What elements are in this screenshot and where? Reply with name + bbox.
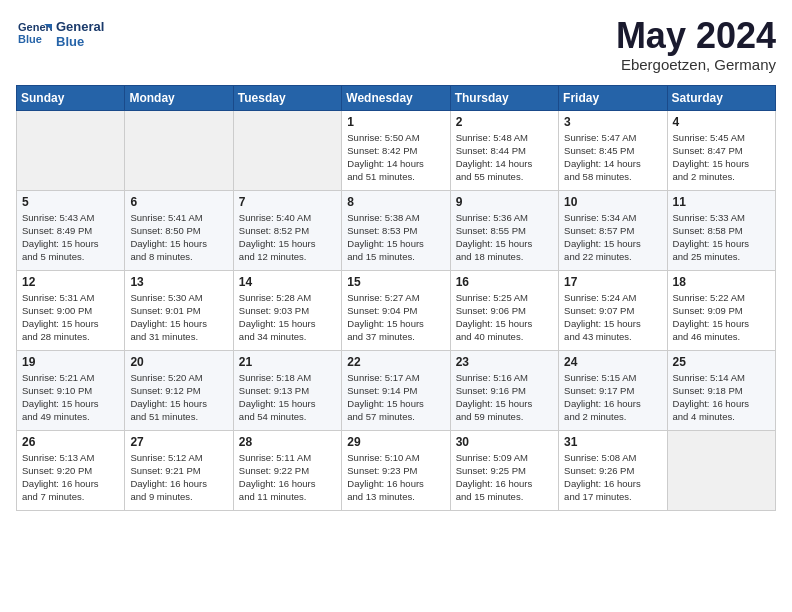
calendar-header-row: SundayMondayTuesdayWednesdayThursdayFrid… <box>17 85 776 110</box>
empty-cell <box>17 110 125 190</box>
day-number: 25 <box>673 355 770 369</box>
day-number: 15 <box>347 275 444 289</box>
col-header-sunday: Sunday <box>17 85 125 110</box>
calendar-day-13: 13Sunrise: 5:30 AM Sunset: 9:01 PM Dayli… <box>125 270 233 350</box>
empty-cell <box>667 430 775 510</box>
day-number: 28 <box>239 435 336 449</box>
day-content: Sunrise: 5:25 AM Sunset: 9:06 PM Dayligh… <box>456 291 553 344</box>
day-content: Sunrise: 5:10 AM Sunset: 9:23 PM Dayligh… <box>347 451 444 504</box>
month-year-title: May 2024 <box>616 16 776 56</box>
logo-text-general: General <box>56 19 104 34</box>
calendar-week-row: 12Sunrise: 5:31 AM Sunset: 9:00 PM Dayli… <box>17 270 776 350</box>
day-content: Sunrise: 5:15 AM Sunset: 9:17 PM Dayligh… <box>564 371 661 424</box>
day-number: 2 <box>456 115 553 129</box>
calendar-day-4: 4Sunrise: 5:45 AM Sunset: 8:47 PM Daylig… <box>667 110 775 190</box>
day-number: 9 <box>456 195 553 209</box>
day-number: 21 <box>239 355 336 369</box>
day-content: Sunrise: 5:50 AM Sunset: 8:42 PM Dayligh… <box>347 131 444 184</box>
day-number: 16 <box>456 275 553 289</box>
day-content: Sunrise: 5:28 AM Sunset: 9:03 PM Dayligh… <box>239 291 336 344</box>
calendar-day-16: 16Sunrise: 5:25 AM Sunset: 9:06 PM Dayli… <box>450 270 558 350</box>
day-number: 20 <box>130 355 227 369</box>
day-content: Sunrise: 5:40 AM Sunset: 8:52 PM Dayligh… <box>239 211 336 264</box>
calendar-week-row: 26Sunrise: 5:13 AM Sunset: 9:20 PM Dayli… <box>17 430 776 510</box>
day-content: Sunrise: 5:43 AM Sunset: 8:49 PM Dayligh… <box>22 211 119 264</box>
day-content: Sunrise: 5:27 AM Sunset: 9:04 PM Dayligh… <box>347 291 444 344</box>
empty-cell <box>233 110 341 190</box>
logo: General Blue General Blue <box>16 16 104 52</box>
col-header-saturday: Saturday <box>667 85 775 110</box>
day-content: Sunrise: 5:38 AM Sunset: 8:53 PM Dayligh… <box>347 211 444 264</box>
calendar-week-row: 1Sunrise: 5:50 AM Sunset: 8:42 PM Daylig… <box>17 110 776 190</box>
day-content: Sunrise: 5:20 AM Sunset: 9:12 PM Dayligh… <box>130 371 227 424</box>
calendar-day-9: 9Sunrise: 5:36 AM Sunset: 8:55 PM Daylig… <box>450 190 558 270</box>
calendar-day-10: 10Sunrise: 5:34 AM Sunset: 8:57 PM Dayli… <box>559 190 667 270</box>
day-number: 31 <box>564 435 661 449</box>
day-content: Sunrise: 5:13 AM Sunset: 9:20 PM Dayligh… <box>22 451 119 504</box>
day-content: Sunrise: 5:31 AM Sunset: 9:00 PM Dayligh… <box>22 291 119 344</box>
day-number: 23 <box>456 355 553 369</box>
day-number: 13 <box>130 275 227 289</box>
day-number: 18 <box>673 275 770 289</box>
logo-icon: General Blue <box>16 16 52 52</box>
calendar-day-26: 26Sunrise: 5:13 AM Sunset: 9:20 PM Dayli… <box>17 430 125 510</box>
calendar-table: SundayMondayTuesdayWednesdayThursdayFrid… <box>16 85 776 511</box>
calendar-day-7: 7Sunrise: 5:40 AM Sunset: 8:52 PM Daylig… <box>233 190 341 270</box>
day-number: 5 <box>22 195 119 209</box>
calendar-day-19: 19Sunrise: 5:21 AM Sunset: 9:10 PM Dayli… <box>17 350 125 430</box>
day-content: Sunrise: 5:36 AM Sunset: 8:55 PM Dayligh… <box>456 211 553 264</box>
calendar-day-14: 14Sunrise: 5:28 AM Sunset: 9:03 PM Dayli… <box>233 270 341 350</box>
svg-text:Blue: Blue <box>18 33 42 45</box>
calendar-day-24: 24Sunrise: 5:15 AM Sunset: 9:17 PM Dayli… <box>559 350 667 430</box>
day-content: Sunrise: 5:24 AM Sunset: 9:07 PM Dayligh… <box>564 291 661 344</box>
day-number: 27 <box>130 435 227 449</box>
calendar-week-row: 19Sunrise: 5:21 AM Sunset: 9:10 PM Dayli… <box>17 350 776 430</box>
calendar-day-1: 1Sunrise: 5:50 AM Sunset: 8:42 PM Daylig… <box>342 110 450 190</box>
calendar-day-28: 28Sunrise: 5:11 AM Sunset: 9:22 PM Dayli… <box>233 430 341 510</box>
col-header-friday: Friday <box>559 85 667 110</box>
day-number: 8 <box>347 195 444 209</box>
calendar-day-31: 31Sunrise: 5:08 AM Sunset: 9:26 PM Dayli… <box>559 430 667 510</box>
day-content: Sunrise: 5:22 AM Sunset: 9:09 PM Dayligh… <box>673 291 770 344</box>
day-number: 14 <box>239 275 336 289</box>
day-content: Sunrise: 5:16 AM Sunset: 9:16 PM Dayligh… <box>456 371 553 424</box>
calendar-day-30: 30Sunrise: 5:09 AM Sunset: 9:25 PM Dayli… <box>450 430 558 510</box>
calendar-day-20: 20Sunrise: 5:20 AM Sunset: 9:12 PM Dayli… <box>125 350 233 430</box>
day-number: 10 <box>564 195 661 209</box>
day-number: 26 <box>22 435 119 449</box>
day-number: 4 <box>673 115 770 129</box>
day-number: 29 <box>347 435 444 449</box>
calendar-day-25: 25Sunrise: 5:14 AM Sunset: 9:18 PM Dayli… <box>667 350 775 430</box>
day-content: Sunrise: 5:12 AM Sunset: 9:21 PM Dayligh… <box>130 451 227 504</box>
calendar-day-17: 17Sunrise: 5:24 AM Sunset: 9:07 PM Dayli… <box>559 270 667 350</box>
col-header-tuesday: Tuesday <box>233 85 341 110</box>
calendar-day-23: 23Sunrise: 5:16 AM Sunset: 9:16 PM Dayli… <box>450 350 558 430</box>
calendar-day-11: 11Sunrise: 5:33 AM Sunset: 8:58 PM Dayli… <box>667 190 775 270</box>
logo-text-blue: Blue <box>56 34 104 49</box>
day-number: 7 <box>239 195 336 209</box>
col-header-wednesday: Wednesday <box>342 85 450 110</box>
day-number: 12 <box>22 275 119 289</box>
calendar-day-22: 22Sunrise: 5:17 AM Sunset: 9:14 PM Dayli… <box>342 350 450 430</box>
day-content: Sunrise: 5:34 AM Sunset: 8:57 PM Dayligh… <box>564 211 661 264</box>
calendar-day-18: 18Sunrise: 5:22 AM Sunset: 9:09 PM Dayli… <box>667 270 775 350</box>
calendar-day-6: 6Sunrise: 5:41 AM Sunset: 8:50 PM Daylig… <box>125 190 233 270</box>
day-content: Sunrise: 5:30 AM Sunset: 9:01 PM Dayligh… <box>130 291 227 344</box>
day-content: Sunrise: 5:11 AM Sunset: 9:22 PM Dayligh… <box>239 451 336 504</box>
location-subtitle: Ebergoetzen, Germany <box>616 56 776 73</box>
day-number: 22 <box>347 355 444 369</box>
day-content: Sunrise: 5:47 AM Sunset: 8:45 PM Dayligh… <box>564 131 661 184</box>
calendar-day-21: 21Sunrise: 5:18 AM Sunset: 9:13 PM Dayli… <box>233 350 341 430</box>
col-header-monday: Monday <box>125 85 233 110</box>
day-number: 11 <box>673 195 770 209</box>
calendar-day-12: 12Sunrise: 5:31 AM Sunset: 9:00 PM Dayli… <box>17 270 125 350</box>
day-content: Sunrise: 5:09 AM Sunset: 9:25 PM Dayligh… <box>456 451 553 504</box>
title-block: May 2024 Ebergoetzen, Germany <box>616 16 776 73</box>
page-header: General Blue General Blue May 2024 Eberg… <box>16 16 776 73</box>
day-content: Sunrise: 5:14 AM Sunset: 9:18 PM Dayligh… <box>673 371 770 424</box>
calendar-day-2: 2Sunrise: 5:48 AM Sunset: 8:44 PM Daylig… <box>450 110 558 190</box>
day-content: Sunrise: 5:41 AM Sunset: 8:50 PM Dayligh… <box>130 211 227 264</box>
day-content: Sunrise: 5:18 AM Sunset: 9:13 PM Dayligh… <box>239 371 336 424</box>
day-number: 30 <box>456 435 553 449</box>
day-number: 3 <box>564 115 661 129</box>
